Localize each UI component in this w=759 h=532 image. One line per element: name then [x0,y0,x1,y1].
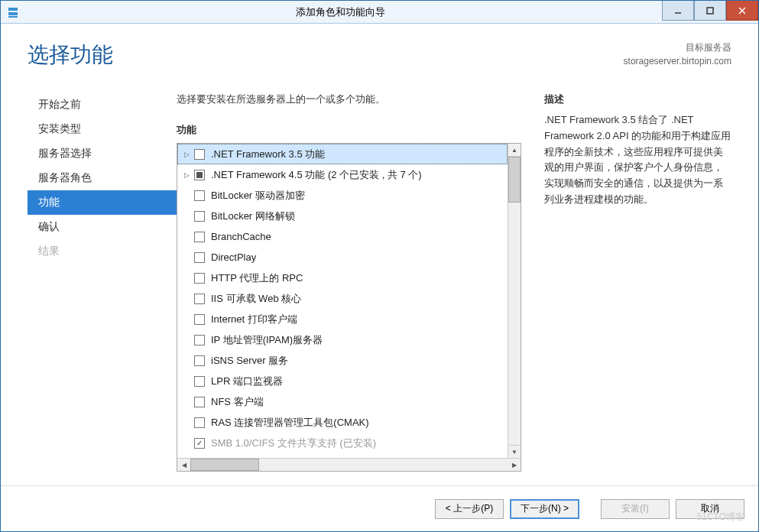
wizard-sidebar: 开始之前安装类型服务器选择服务器角色功能确认结果 [28,92,177,472]
expander-icon [182,232,191,242]
expander-icon[interactable]: ▷ [182,150,191,159]
feature-row[interactable]: NFS 客户端 [177,391,508,412]
hscroll-track[interactable] [259,459,508,471]
minimize-button[interactable] [662,1,694,21]
svg-rect-2 [8,16,18,18]
next-button[interactable]: 下一步(N) > [510,499,579,519]
feature-label: .NET Framework 3.5 功能 [211,148,325,161]
feature-row[interactable]: ▷.NET Framework 4.5 功能 (2 个已安装 , 共 7 个) [177,164,508,185]
feature-row[interactable]: DirectPlay [177,247,508,268]
scroll-thumb[interactable] [508,157,521,203]
main-row: 开始之前安装类型服务器选择服务器角色功能确认结果 选择要安装在所选服务器上的一个… [28,92,731,472]
install-button: 安装(I) [601,499,670,519]
feature-checkbox[interactable] [194,335,205,345]
features-section-label: 功能 [177,123,521,137]
expander-icon [182,397,191,407]
sidebar-item-3[interactable]: 服务器角色 [28,166,177,190]
expander-icon [182,356,191,365]
scroll-right-button[interactable]: ▶ [508,459,521,471]
feature-label: BitLocker 驱动器加密 [211,189,305,203]
wizard-footer: < 上一步(P) 下一步(N) > 安装(I) 取消 [1,485,758,531]
feature-checkbox[interactable] [194,397,205,407]
svg-rect-4 [707,8,713,14]
feature-checkbox[interactable] [194,438,205,449]
hscroll-thumb[interactable] [190,459,259,471]
titlebar: 添加角色和功能向导 [1,1,758,24]
previous-button[interactable]: < 上一步(P) [435,499,504,519]
vertical-scrollbar[interactable]: ▲ ▼ [508,144,521,458]
server-manager-icon [7,6,19,18]
sidebar-item-6: 结果 [28,239,177,264]
scroll-track[interactable] [508,203,521,445]
feature-checkbox[interactable] [194,376,205,387]
watermark: 51CTO博客 [697,511,744,524]
window-title: 添加角色和功能向导 [19,5,662,19]
wizard-window: 添加角色和功能向导 选择功能 目标服务器 storageserver.birto… [0,0,759,532]
header-row: 选择功能 目标服务器 storageserver.birtopin.com [28,41,731,70]
feature-label: SMB 1.0/CIFS 文件共享支持 (已安装) [211,436,376,450]
scroll-up-button[interactable]: ▲ [508,144,521,157]
features-listbox-container: ▷.NET Framework 3.5 功能▷.NET Framework 4.… [177,143,521,472]
features-list[interactable]: ▷.NET Framework 3.5 功能▷.NET Framework 4.… [177,144,508,458]
sidebar-item-1[interactable]: 安装类型 [28,117,177,141]
feature-label: DirectPlay [211,251,256,263]
feature-row[interactable]: Internet 打印客户端 [177,309,508,329]
expander-icon [182,315,191,324]
description-panel: 描述 .NET Framework 3.5 结合了 .NET Framework… [544,92,731,472]
features-listbox: ▷.NET Framework 3.5 功能▷.NET Framework 4.… [177,144,521,458]
sidebar-item-2[interactable]: 服务器选择 [28,141,177,166]
expander-icon [182,191,191,200]
feature-label: BitLocker 网络解锁 [211,209,295,223]
feature-row[interactable]: BranchCache [177,226,508,247]
feature-checkbox[interactable] [194,273,205,284]
content-area: 选择功能 目标服务器 storageserver.birtopin.com 开始… [1,24,758,485]
destination-label: 目标服务器 [624,41,731,54]
expander-icon[interactable]: ▷ [182,170,191,180]
scroll-left-button[interactable]: ◀ [177,459,190,471]
instruction-text: 选择要安装在所选服务器上的一个或多个功能。 [177,92,521,106]
close-button[interactable] [726,1,758,21]
feature-label: IIS 可承载 Web 核心 [211,292,301,306]
window-controls [662,1,758,23]
feature-row[interactable]: LPR 端口监视器 [177,371,508,391]
feature-row[interactable]: BitLocker 网络解锁 [177,206,508,226]
scroll-down-button[interactable]: ▼ [508,445,521,458]
sidebar-item-5[interactable]: 确认 [28,215,177,239]
svg-rect-0 [8,8,18,11]
feature-checkbox[interactable] [194,314,205,325]
expander-icon [182,418,191,427]
feature-row[interactable]: RAS 连接管理器管理工具包(CMAK) [177,412,508,433]
feature-row[interactable]: SMB 1.0/CIFS 文件共享支持 (已安装) [177,433,508,453]
feature-checkbox[interactable] [194,170,205,180]
page-title: 选择功能 [28,41,113,70]
feature-checkbox[interactable] [194,190,205,201]
feature-checkbox[interactable] [194,149,205,160]
feature-label: RAS 连接管理器管理工具包(CMAK) [211,416,369,430]
horizontal-scrollbar[interactable]: ◀ ▶ [177,458,521,471]
sidebar-item-0[interactable]: 开始之前 [28,92,177,117]
destination-server: storageserver.birtopin.com [624,54,731,68]
feature-checkbox[interactable] [194,294,205,304]
sidebar-item-4[interactable]: 功能 [28,190,177,215]
feature-row[interactable]: BitLocker 驱动器加密 [177,185,508,206]
feature-checkbox[interactable] [194,355,205,366]
expander-icon [182,253,191,262]
feature-checkbox[interactable] [194,252,205,263]
expander-icon [182,377,191,386]
feature-row[interactable]: IIS 可承载 Web 核心 [177,288,508,309]
maximize-button[interactable] [694,1,726,21]
feature-label: IP 地址管理(IPAM)服务器 [211,333,323,347]
feature-row[interactable]: iSNS Server 服务 [177,350,508,371]
feature-checkbox[interactable] [194,232,205,242]
feature-row[interactable]: ▷.NET Framework 3.5 功能 [177,144,508,164]
feature-row[interactable]: IP 地址管理(IPAM)服务器 [177,329,508,350]
feature-row[interactable]: HTTP 代理上的 RPC [177,268,508,288]
expander-icon [182,212,191,221]
description-section-label: 描述 [544,92,731,106]
feature-label: iSNS Server 服务 [211,354,288,368]
feature-checkbox[interactable] [194,417,205,428]
feature-checkbox[interactable] [194,211,205,222]
expander-icon [182,274,191,283]
description-text: .NET Framework 3.5 结合了 .NET Framework 2.… [544,112,731,208]
feature-label: .NET Framework 4.5 功能 (2 个已安装 , 共 7 个) [211,168,422,182]
